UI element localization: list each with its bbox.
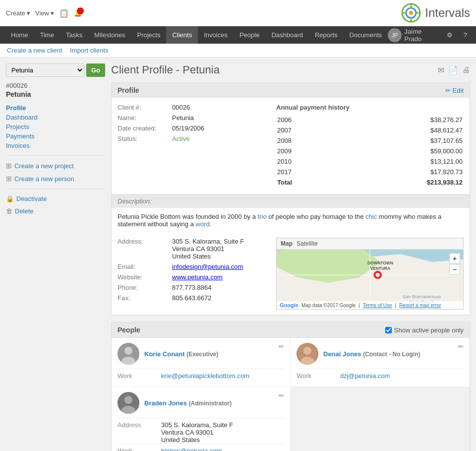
create-chevron-icon: ▾ xyxy=(27,9,30,17)
address-line-2: Ventura CA 93001 xyxy=(172,245,244,253)
payment-total-row: Total $213,938.12 xyxy=(277,178,463,187)
view-button[interactable]: View ▾ xyxy=(35,9,54,17)
sidebar-nav-profile[interactable]: Profile xyxy=(6,103,105,113)
contact-left: Address: 305 S. Kalorama, Suite F Ventur… xyxy=(118,238,266,310)
people-section: People Show active people only xyxy=(111,322,470,451)
nav-documents[interactable]: Documents xyxy=(344,26,388,44)
total-value: $213,938.12 xyxy=(332,178,463,187)
address-row: Address: 305 S. Kalorama, Suite F Ventur… xyxy=(118,238,266,260)
svg-point-22 xyxy=(303,347,311,355)
person-name-braden: Braden Jones (Administrator) xyxy=(144,399,232,407)
sidebar-nav-invoices[interactable]: Invoices xyxy=(6,141,105,150)
person-edit-korie[interactable]: ✏ xyxy=(279,343,284,350)
desc-link-word[interactable]: word xyxy=(196,220,210,228)
notes-icon[interactable]: 📋 xyxy=(59,8,69,18)
address-label: Address: xyxy=(118,238,172,260)
sidebar-divider-1 xyxy=(6,155,105,156)
nav-clients[interactable]: Clients xyxy=(166,26,198,44)
avatar-korie xyxy=(118,343,139,365)
print-icon[interactable]: 🖨 xyxy=(462,65,470,75)
create-button[interactable]: Create ▾ xyxy=(6,9,30,17)
payment-table: 2006$38,276.272007$48,612.472008$37,107.… xyxy=(276,114,464,188)
person-edit-braden[interactable]: ✏ xyxy=(279,392,284,399)
email-label: Email: xyxy=(118,263,172,270)
settings-icon[interactable]: ⚙ xyxy=(443,27,457,43)
nav-tasks[interactable]: Tasks xyxy=(60,26,88,44)
sidebar-nav-dashboard[interactable]: Dashboard xyxy=(6,113,105,122)
payment-row: 2009$59,000.00 xyxy=(277,146,463,156)
nav-projects[interactable]: Projects xyxy=(131,26,166,44)
nav-home[interactable]: Home xyxy=(5,26,34,44)
status-label: Status: xyxy=(118,135,172,142)
sidebar-nav-payments[interactable]: Payments xyxy=(6,131,105,141)
person-header-braden: Braden Jones (Administrator) ✏ xyxy=(118,392,284,414)
main-content: Client Profile - Petunia ✉ 📄 🖨 Profile ✏… xyxy=(111,64,470,451)
map-container-wrapper: San Buenaventura State Beach DOWNTOWN VE… xyxy=(276,238,464,310)
contact-section: Address: 305 S. Kalorama, Suite F Ventur… xyxy=(112,233,470,315)
nav-people[interactable]: People xyxy=(234,26,265,44)
payment-amount: $38,276.27 xyxy=(332,115,463,125)
person-work-label-braden: Work xyxy=(118,447,157,451)
payment-row: 2006$38,276.27 xyxy=(277,115,463,125)
total-label: Total xyxy=(277,178,331,187)
nav-milestones[interactable]: Milestones xyxy=(88,26,131,44)
delete-row[interactable]: 🗑 Delete xyxy=(6,206,105,216)
desc-link-trio[interactable]: trio xyxy=(258,213,267,220)
show-active-checkbox[interactable] xyxy=(385,327,392,333)
map-placeholder: San Buenaventura State Beach DOWNTOWN VE… xyxy=(277,238,463,309)
person-role-braden: (Administrator) xyxy=(189,400,232,407)
svg-text:San Buenaventura: San Buenaventura xyxy=(403,294,441,299)
create-person-button[interactable]: ⊞ Create a new person xyxy=(6,174,105,184)
client-num-row: Client #: 00026 xyxy=(118,104,266,111)
show-active-label[interactable]: Show active people only xyxy=(385,326,464,334)
payment-year: 2017 xyxy=(277,167,331,177)
nav-dashboard[interactable]: Dashboard xyxy=(265,26,309,44)
map-tab-satellite[interactable]: Satellite xyxy=(297,240,318,247)
website-label: Website: xyxy=(118,273,172,281)
map-tab-map[interactable]: Map xyxy=(281,240,293,247)
nav-invoices[interactable]: Invoices xyxy=(198,26,234,44)
delete-button[interactable]: Delete xyxy=(15,206,34,216)
create-project-button[interactable]: ⊞ Create a new project xyxy=(6,161,105,171)
zoom-out-button[interactable]: − xyxy=(449,264,460,275)
person-addr-braden: Address 305 S. Kalorama, Suite F Ventura… xyxy=(118,418,284,444)
map-footer: Google Map data ©2017 Google | Terms of … xyxy=(277,301,463,309)
client-select[interactable]: Petunia xyxy=(6,64,84,77)
sidebar-nav-projects[interactable]: Projects xyxy=(6,122,105,131)
zoom-in-button[interactable]: + xyxy=(449,253,460,264)
date-created-row: Date created: 05/19/2006 xyxy=(118,125,266,132)
help-icon[interactable]: ? xyxy=(460,27,471,43)
go-button[interactable]: Go xyxy=(86,64,105,77)
deactivate-row[interactable]: 🔒 Deactivate xyxy=(6,194,105,203)
website-link[interactable]: www.petunia.com xyxy=(172,273,223,281)
email-icon[interactable]: ✉ xyxy=(438,65,444,75)
header-icons: ✉ 📄 🖨 xyxy=(438,65,470,75)
map-terms-link[interactable]: Terms of Use xyxy=(363,303,392,308)
email-link[interactable]: infodesign@petunia.com xyxy=(172,263,243,270)
person-name-denai: Denai Jones (Contact - No Login) xyxy=(323,350,420,358)
payment-amount: $13,121.00 xyxy=(332,157,463,166)
address-line-3: United States xyxy=(172,253,244,260)
payment-year: 2008 xyxy=(277,136,331,145)
fax-label: Fax: xyxy=(118,294,172,302)
notifications-button[interactable]: 🔔 4 xyxy=(74,9,82,17)
people-grid: Korie Conant (Executive) ✏ Work krie@pet… xyxy=(111,337,470,451)
payment-history-title: Annual payment history xyxy=(276,104,464,111)
payment-row: 2010$13,121.00 xyxy=(277,157,463,166)
breadcrumb-import-clients[interactable]: Import clients xyxy=(70,47,108,54)
deactivate-button[interactable]: Deactivate xyxy=(16,194,47,203)
edit-button[interactable]: ✏ Edit xyxy=(445,87,464,94)
desc-link-chic[interactable]: chic xyxy=(365,213,377,220)
payment-amount: $17,820.73 xyxy=(332,167,463,177)
nav-time[interactable]: Time xyxy=(34,26,60,44)
nav-reports[interactable]: Reports xyxy=(309,26,344,44)
map-report-link[interactable]: Report a map error xyxy=(399,303,441,308)
profile-left: Client #: 00026 Name: Petunia Date creat… xyxy=(118,104,266,188)
breadcrumb-create-client[interactable]: Create a new client xyxy=(7,47,62,54)
pdf-icon[interactable]: 📄 xyxy=(448,65,458,75)
person-edit-denai[interactable]: ✏ xyxy=(458,343,464,350)
layout: Petunia Go #00026 Petunia Profile Dashbo… xyxy=(0,58,476,451)
plus-icon: ⊞ xyxy=(6,162,12,170)
payment-amount: $59,000.00 xyxy=(332,146,463,156)
phone-value: 877.773.8864 xyxy=(172,284,212,291)
